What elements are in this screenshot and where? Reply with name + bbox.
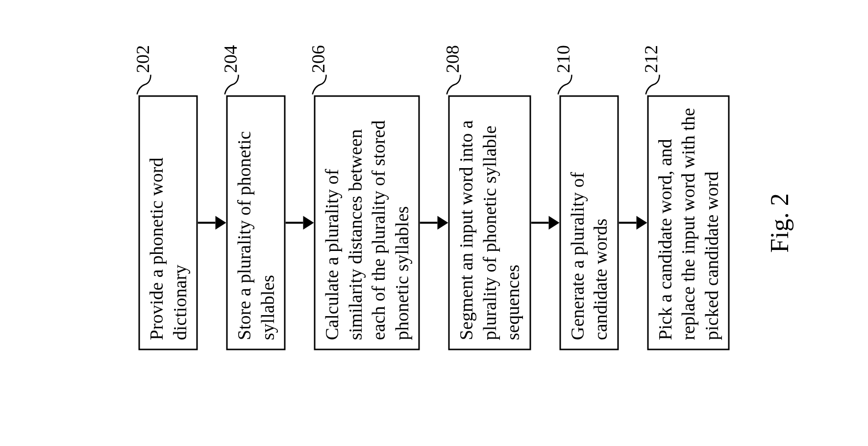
- step-box-204: Store a plurality of phonetic syllables: [226, 96, 286, 350]
- step-text: Generate a plurality of candidate words: [567, 172, 611, 340]
- step-202-wrapper: Provide a phonetic word dictionary 202: [139, 96, 198, 350]
- step-box-210: Generate a plurality of candidate words: [559, 96, 619, 350]
- step-label-204: 204: [226, 45, 241, 96]
- step-text: Pick a candidate word, and replace the i…: [654, 108, 721, 340]
- step-label-202: 202: [139, 45, 153, 96]
- arrow-icon: [286, 216, 314, 230]
- step-id: 208: [441, 45, 463, 73]
- step-text: Calculate a plurality of similarity dist…: [322, 121, 412, 340]
- step-210-wrapper: Generate a plurality of candidate words …: [559, 96, 619, 350]
- step-label-212: 212: [647, 45, 662, 96]
- diagram-rotated-container: Provide a phonetic word dictionary 202 S…: [211, 0, 657, 446]
- step-text: Segment an input word into a plurality o…: [456, 120, 523, 340]
- step-204-wrapper: Store a plurality of phonetic syllables …: [226, 96, 286, 350]
- label-connector-icon: [139, 76, 153, 96]
- step-box-202: Provide a phonetic word dictionary: [139, 96, 198, 350]
- step-label-208: 208: [448, 45, 463, 96]
- flowchart: Provide a phonetic word dictionary 202 S…: [139, 96, 730, 350]
- arrow-icon: [619, 216, 647, 230]
- step-box-206: Calculate a plurality of similarity dist…: [314, 96, 420, 350]
- step-206-wrapper: Calculate a plurality of similarity dist…: [314, 96, 420, 350]
- label-connector-icon: [448, 76, 463, 96]
- step-id: 212: [640, 45, 662, 73]
- arrow-icon: [420, 216, 448, 230]
- step-id: 202: [131, 45, 153, 73]
- step-label-210: 210: [559, 45, 574, 96]
- label-connector-icon: [226, 76, 241, 96]
- step-box-208: Segment an input word into a plurality o…: [448, 96, 531, 350]
- step-208-wrapper: Segment an input word into a plurality o…: [448, 96, 531, 350]
- label-connector-icon: [559, 76, 574, 96]
- arrow-icon: [198, 216, 226, 230]
- step-label-206: 206: [314, 45, 329, 96]
- step-id: 210: [552, 45, 574, 73]
- step-text: Store a plurality of phonetic syllables: [234, 131, 278, 340]
- label-connector-icon: [647, 76, 662, 96]
- step-id: 206: [307, 45, 328, 73]
- label-connector-icon: [314, 76, 329, 96]
- step-212-wrapper: Pick a candidate word, and replace the i…: [647, 96, 730, 350]
- step-box-212: Pick a candidate word, and replace the i…: [647, 96, 730, 350]
- step-text: Provide a phonetic word dictionary: [146, 157, 190, 340]
- step-id: 204: [219, 45, 241, 73]
- arrow-icon: [531, 216, 559, 230]
- figure-caption: Fig. 2: [765, 193, 794, 252]
